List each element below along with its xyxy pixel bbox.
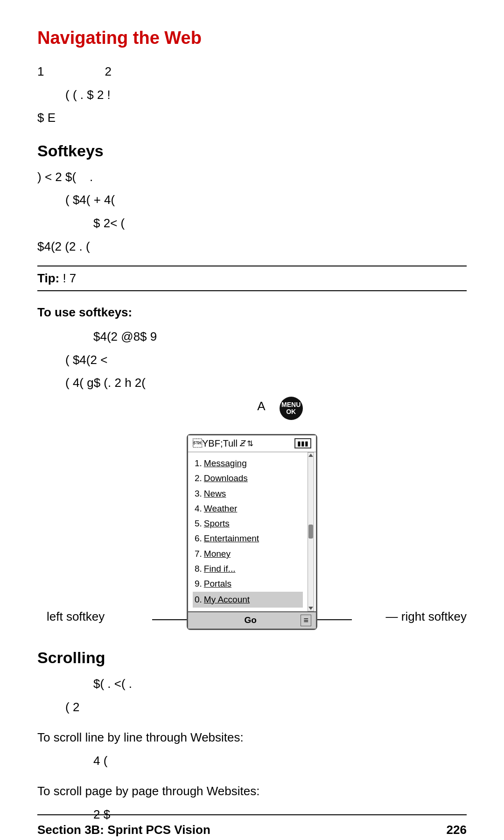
data-icon: ⇅ <box>247 439 253 448</box>
menu-link-4[interactable]: Weather <box>204 501 237 516</box>
menu-link-5[interactable]: Sports <box>204 516 230 531</box>
page-footer: Section 3B: Sprint PCS Vision 226 <box>37 814 467 837</box>
body-line3b: A <box>257 397 265 416</box>
menu-item-4: 4.Weather <box>195 501 301 516</box>
scroll-line-action: 4 ( <box>93 751 467 771</box>
tip-text: ! 7 <box>63 271 76 285</box>
menu-link-8[interactable]: Find if... <box>204 561 236 576</box>
menu-link-0[interactable]: My Account <box>204 592 250 607</box>
phone-screen: YBF;Tull Ƶ ⇅ ▮▮▮ 1.Messaging 2.Download… <box>187 434 317 630</box>
menu-link-6[interactable]: Entertainment <box>204 531 259 546</box>
to-scroll-page-label: To scroll page by page through Websites: <box>37 782 467 801</box>
left-softkey-label-text: left softkey <box>47 609 105 624</box>
phone-status-bar: YBF;Tull Ƶ ⇅ ▮▮▮ <box>188 435 316 452</box>
body-line1: $4(2 @8$ 9 <box>93 327 467 347</box>
footer-page-number: 226 <box>447 823 467 837</box>
signal-icons: YBF;Tull Ƶ ⇅ <box>193 438 253 449</box>
right-arrow-line <box>317 619 352 620</box>
menu-item-7: 7.Money <box>195 546 301 561</box>
menu-item-9: 9.Portals <box>195 576 301 591</box>
signal-bar-icon: YBF;Tull <box>193 438 238 449</box>
right-softkey-label-text: — right softkey <box>386 609 467 624</box>
phone-softkey-bar: Go ≡ <box>188 611 316 629</box>
menu-link-9[interactable]: Portals <box>204 576 231 591</box>
sk-line3: $ 2< ( <box>93 214 467 233</box>
footer-section-label: Section 3B: Sprint PCS Vision <box>37 823 210 837</box>
menu-link-2[interactable]: Downloads <box>204 471 248 486</box>
scroll-thumb[interactable] <box>308 525 313 539</box>
intro-line1: 1 2 <box>37 62 467 82</box>
to-use-label: To use softkeys: <box>37 305 467 320</box>
menu-item-1: 1.Messaging <box>195 456 301 471</box>
phone-diagram: left softkey — right softkey YBF;Tull Ƶ <box>187 434 317 630</box>
menu-link-1[interactable]: Messaging <box>204 456 247 471</box>
scroll-up-arrow[interactable] <box>308 454 313 457</box>
scroll-down-arrow[interactable] <box>308 607 313 610</box>
menu-item-5: 5.Sports <box>195 516 301 531</box>
to-scroll-line-label: To scroll line by line through Websites: <box>37 728 467 748</box>
phone-scrollbar[interactable] <box>308 452 314 611</box>
phone-diagram-row: left softkey — right softkey YBF;Tull Ƶ <box>37 434 467 630</box>
softkeys-heading: Softkeys <box>37 142 467 160</box>
tip-bar: Tip: ! 7 <box>37 266 467 291</box>
phone-go-softkey[interactable]: Go <box>244 615 256 625</box>
sk-line1: ) < 2 $( . <box>37 168 467 187</box>
battery-icon: ▮▮▮ <box>294 438 311 448</box>
menu-ok-button[interactable]: MENUOK <box>280 397 303 420</box>
menu-link-3[interactable]: News <box>204 486 226 501</box>
intro-line2: ( ( . $ 2 ! <box>65 85 467 105</box>
body-line3: ( 4( g$ (. 2 h 2( <box>65 373 467 393</box>
sk-line2: ( $4( + 4( <box>65 190 467 210</box>
menu-item-6: 6.Entertainment <box>195 531 301 546</box>
sk-line4: $4(2 (2 . ( <box>37 237 467 257</box>
menu-item-2: 2.Downloads <box>195 471 301 486</box>
menu-item-3: 3.News <box>195 486 301 501</box>
scrolling-heading: Scrolling <box>37 649 467 667</box>
menu-item-0: 0.My Account <box>193 592 303 608</box>
edge-icon: Ƶ <box>239 439 245 448</box>
phone-right-softkey-icon[interactable]: ≡ <box>301 615 311 626</box>
phone-softkey-left-spacer <box>193 615 200 625</box>
phone-menu-list: 1.Messaging 2.Downloads 3.News 4.Weather <box>188 452 308 611</box>
intro-line3: $ E <box>37 108 467 128</box>
menu-item-8: 8.Find if... <box>195 561 301 576</box>
page-title: Navigating the Web <box>37 28 467 48</box>
tip-label: Tip: <box>37 271 59 285</box>
menu-link-7[interactable]: Money <box>204 546 231 561</box>
scroll-line2: ( 2 <box>65 698 467 717</box>
scroll-line1: $( . <( . <box>93 674 467 694</box>
body-line2: ( $4(2 < <box>65 350 467 370</box>
left-arrow-line <box>152 619 187 620</box>
